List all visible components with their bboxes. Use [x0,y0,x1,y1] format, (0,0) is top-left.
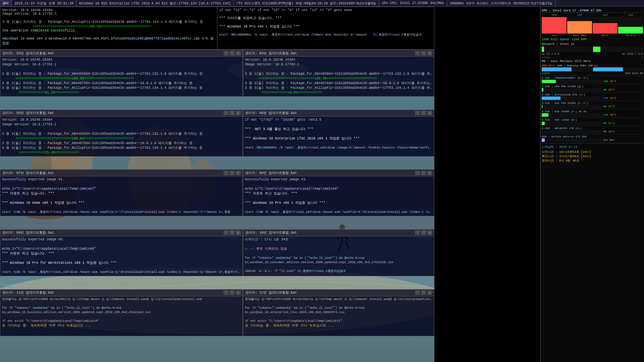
minimize-btn-10[interactable]: ─ [415,231,420,235]
start-time-value: 시작시간 : 16시15분53초 [24시] [542,150,643,154]
terminal-05-title: 관리자: 05번 업데이트통합.bat [2,111,54,115]
vrm-temp: VRM 44°C [542,64,554,67]
close-btn-11[interactable]: ✕ [236,291,240,295]
terminal-10-title: 관리자: 10번 업데이트통합.bat [245,230,297,235]
terminal-07[interactable]: 관리자: 07번 업데이트통합.bat ─ □ ✕ Successfully e… [0,169,243,216]
drive-3-temp: 27°C [608,105,615,108]
terminal-10[interactable]: 관리자: 10번 업데이트통합.bat ─ □ ✕ 시작시간 : 17시 1분 … [243,229,434,276]
drive-0-usage: 23% [603,80,608,83]
terminal-03-title: 관리자: 03번 업데이트통합.bat [2,51,54,56]
drive-5-temp: 27°C [608,122,615,125]
maximize-btn-06[interactable]: □ [421,111,426,115]
terminal-11[interactable]: 관리자: 11번 업데이트통합.bat ─ □ ✕ 현재폴더는 Q:\00\11… [0,289,243,336]
drive-6-usage: 0% [603,130,606,133]
terminal-06-title: 관리자: 06번 업데이트통합.bat [245,111,297,115]
terminal-08[interactable]: 관리자: 08번 업데이트통합.bat ─ □ ✕ Successfully e… [243,169,434,216]
drive-6-temp: 28°C [608,130,615,133]
elapsed-time-value: 경과시간 : 0시 9분 46초 [542,159,643,163]
mb-label: MB : Asus Maximus VIII Hero [542,59,643,64]
taskbar-item-datetime: 2018.11.14 수요일 오후 05:01:39 [12,0,76,7]
drive-2-usage: 31% [603,97,608,100]
taskbar-item-gaz[interactable]: gaz [0,0,12,7]
drive-4-temp: 30°C [610,113,616,116]
network-down: dn 1568.7 K/S [622,52,643,55]
maximize-btn-05[interactable]: □ [230,111,234,115]
close-btn-12[interactable]: ✕ [427,291,432,295]
drive-3-label: 3 SSD : 840 PRO 256GB (C: F:) [542,102,643,105]
terminal-03[interactable]: 관리자: 03번 업데이트통합.bat ─ □ ✕ Version: 10.0.… [0,50,243,97]
maximize-btn-12[interactable]: □ [421,291,426,295]
main-area: Version: 10.0.10240.16384 Image Version:… [0,7,434,362]
maximize-btn-09[interactable]: □ [230,231,234,235]
minimize-btn-04[interactable]: ─ [415,51,420,55]
drive-4-usage: 11% [603,113,608,116]
system-monitor: CPU : Intel Core i7 -6700K 67.39% 100 99… [540,7,644,362]
taskbar-item-cpu-info: ihn CPU: Intel i7-6700K 4417MHz [379,0,447,7]
drive-1-temp: 32°C [608,88,615,91]
minimize-btn-05[interactable]: ─ [224,111,228,115]
close-btn-06[interactable]: ✕ [427,111,432,115]
close-btn-07[interactable]: ✕ [236,171,240,175]
drive-0-label: 0 SSD : THNSNH256GBST (G: D:) [542,76,643,79]
minimize-btn-12[interactable]: ─ [415,291,420,295]
close-btn-09[interactable]: ✕ [236,231,240,235]
terminal-07-title: 관리자: 07번 업데이트통합.bat [2,171,54,175]
close-btn-05[interactable]: ✕ [236,111,240,115]
drive-5-usage: 5% [603,122,606,125]
network-label: Network : Intel i2 [542,42,643,47]
maximize-btn-08[interactable]: □ [421,171,426,175]
ram-speed-label: 1500 Full Speed 1220 RPM [542,38,643,42]
terminal-09[interactable]: 관리자: 09번 업데이트통합.bat ─ □ ✕ Successfully e… [0,229,243,276]
net-min-label: 0 [641,56,643,59]
close-btn-08[interactable]: ✕ [427,171,432,175]
terminal-09-title: 관리자: 09번 업데이트통합.bat [2,230,54,235]
drive-2-temp: 31°C [610,97,616,100]
terminal-top[interactable]: Version: 10.0.10240.16384 Image Version:… [0,7,434,50]
terminal-11-title: 관리자: 11번 업데이트통합.bat [2,290,54,295]
minimize-btn-08[interactable]: ─ [415,171,420,175]
maximize-btn-11[interactable]: □ [230,291,234,295]
ram-usage-left: 33691 [542,72,550,75]
terminal-05[interactable]: 관리자: 05번 업데이트통합.bat ─ □ ✕ Version: 10.0.… [0,110,243,157]
cpu-section-title: CPU : Intel Core i7 -6700K 67.39% [542,9,643,13]
ram-usage-right: RAM 8520 MB [625,72,643,75]
maximize-btn-04[interactable]: □ [421,51,426,55]
drive-1-usage: 3% [603,88,606,91]
close-btn-03[interactable]: ✕ [236,51,240,55]
minimize-btn-03[interactable]: ─ [224,51,228,55]
maximize-btn-03[interactable]: □ [230,51,234,55]
taskbar-item-build: rfv 레드스톤5 버전1809|RTM년월| 부팅:09일04:56:10 설… [234,0,379,7]
drive-3-usage: 1% [603,105,606,108]
vga-freq: 324 MHz [603,138,614,141]
taskbar: gaz 2018.11.14 수요일 오후 05:01:39 Windows 1… [0,0,644,7]
terminal-12[interactable]: 관리자: 12번 업데이트통합.bat ─ □ ✕ 현재폴더는 Q:\00\12… [243,289,434,336]
terminal-04-title: 관리자: 04번 업데이트통합.bat [245,51,297,56]
minimize-btn-11[interactable]: ─ [224,291,228,295]
vga-label: VGA : NVIDIA GeForce GTX 650 [542,135,643,138]
drive-6-label: 6 HDD : WD10EZEX 1TB (S:) [542,127,643,130]
drive-0-temp: 32°C [610,80,616,83]
maximize-btn-10[interactable]: □ [421,231,426,235]
maximize-btn-07[interactable]: □ [230,171,234,175]
net-max-label: 10000 [542,56,550,59]
terminal-12-title: 관리자: 12번 업데이트통합.bat [245,290,297,295]
check-time-value: 확인시간 : 17시17분39초 [24시] [542,154,643,159]
close-btn-04[interactable]: ✕ [427,51,432,55]
terminal-04[interactable]: 관리자: 04번 업데이트통합.bat ─ □ ✕ Version: 10.0.… [243,50,434,97]
taskbar-item-os: Windows 10 RSS Enterprise LTSC 2019 K 64… [76,0,234,7]
drive-list: 0 SSD : THNSNH256GBST (G: D:) 23% 32°C 1… [542,75,643,142]
start-date-label: 시작날짜 : 2018-11-14 [542,145,643,149]
close-btn-10[interactable]: ✕ [427,231,432,235]
drive-1-label: 1 SSD : 850 PRO 512GB (Q:) [542,85,643,88]
minimize-btn-07[interactable]: ─ [224,171,228,175]
drive-4-label: 4 SSD : 830 256GB (V:) A1 B1 [542,110,643,113]
terminal-08-title: 관리자: 08번 업데이트통합.bat [245,171,297,175]
terminal-06[interactable]: 관리자: 06번 업데이트통합.bat ─ □ ✕ if not "17763"… [243,110,434,157]
minimize-btn-09[interactable]: ─ [224,231,228,235]
network-up: up 53.2 K/S [542,52,559,55]
drive-5-label: 5 SSD : 830 128GB (K:) [542,118,643,121]
date-section: 시작날짜 : 2018-11-14 시작시간 : 16시15분53초 [24시]… [542,143,643,163]
ram-model: RAM : Samsung DDR4 16G x2 [557,64,597,67]
minimize-btn-06[interactable]: ─ [415,111,420,115]
drive-2-label: 2 HDD : DT01ACA200 2TB (J:) [542,93,643,96]
